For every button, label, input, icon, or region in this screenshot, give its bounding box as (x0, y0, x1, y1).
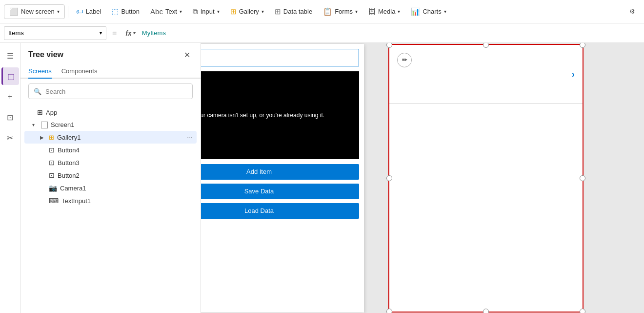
gallery1-more-icon[interactable]: ··· (187, 133, 193, 141)
forms-button[interactable]: 📋 Forms ▾ (318, 5, 362, 19)
sidebar-search-box: 🔍 (28, 83, 193, 99)
database-icon[interactable]: ⊡ (1, 108, 19, 126)
text-button[interactable]: Abc Text ▾ (145, 5, 187, 18)
tree-item-camera1[interactable]: 📷 Camera1 (24, 182, 197, 194)
tab-components[interactable]: Components (61, 64, 98, 79)
gallery1-icon: ⊞ (49, 134, 54, 141)
gallery-button[interactable]: ⊞ Gallery ▾ (225, 5, 269, 19)
camera-widget: Your camera isn't set up, or you're alre… (201, 71, 359, 159)
button2-label: Button2 (58, 172, 80, 179)
data-table-icon: ⊞ (275, 7, 281, 16)
hamburger-icon[interactable]: ☰ (1, 47, 19, 64)
gallery-selection-box[interactable]: ✏ › (388, 44, 584, 313)
media-button[interactable]: 🖼 Media ▾ (363, 5, 405, 18)
media-icon: 🖼 (368, 7, 376, 16)
button4-icon: ⊡ (49, 146, 55, 154)
button-button[interactable]: ⬚ Button (107, 5, 144, 19)
charts-button[interactable]: 📊 Charts ▾ (406, 5, 451, 19)
gallery-next-chevron-icon[interactable]: › (572, 69, 575, 80)
text-icon: Abc (150, 7, 163, 16)
new-screen-button[interactable]: ⬜ New screen ▾ (4, 4, 65, 19)
data-table-button[interactable]: ⊞ Data table (270, 5, 317, 19)
canvas-container: Text input Your camera isn't set up, or … (252, 44, 593, 313)
input-button[interactable]: ⧉ Input ▾ (188, 5, 224, 19)
input-icon: ⧉ (193, 7, 198, 16)
media-chevron-icon: ▾ (398, 9, 400, 14)
fx-button[interactable]: fx ▾ (122, 29, 138, 37)
property-dropdown[interactable]: Items ▾ (4, 26, 106, 40)
new-screen-icon: ⬜ (9, 7, 19, 16)
sidebar: Tree view ✕ Screens Components 🔍 ⊞ App ▾… (20, 43, 201, 313)
screen1-icon (41, 122, 48, 128)
sidebar-tree: ⊞ App ▾ Screen1 ▶ ⊞ Gallery1 ··· ⊡ Butto… (20, 104, 201, 313)
app-icon: ⊞ (37, 108, 43, 116)
tree-item-button2[interactable]: ⊡ Button2 (24, 169, 197, 182)
gallery1-label: Gallery1 (57, 134, 80, 141)
text-chevron-icon: ▾ (180, 9, 182, 14)
load-data-button[interactable]: Load Data (201, 203, 359, 219)
layers-icon[interactable]: ◫ (1, 67, 19, 85)
tree-item-button4[interactable]: ⊡ Button4 (24, 144, 197, 156)
formula-value[interactable]: MyItems (142, 29, 166, 37)
resize-handle-top-left[interactable] (386, 43, 392, 48)
tree-item-button3[interactable]: ⊡ Button3 (24, 156, 197, 169)
search-icon: 🔍 (34, 88, 41, 95)
main-layout: ☰ ◫ + ⊡ ✂ Tree view ✕ Screens Components… (0, 43, 644, 313)
forms-chevron-icon: ▾ (355, 9, 358, 14)
resize-handle-top-right[interactable] (580, 43, 585, 48)
settings-button[interactable]: ⚙ (624, 5, 640, 18)
save-data-button[interactable]: Save Data (201, 184, 359, 199)
gallery-icon: ⊞ (230, 7, 237, 16)
charts-icon: 📊 (411, 7, 420, 16)
toolbar: ⬜ New screen ▾ 🏷 Label ⬚ Button Abc Text… (0, 0, 644, 23)
sidebar-title: Tree view (28, 50, 63, 59)
equals-sign: = (110, 29, 119, 38)
tree-item-textinput1[interactable]: ⌨ TextInput1 (24, 194, 197, 207)
sidebar-tabs: Screens Components (20, 64, 201, 79)
scissors-icon[interactable]: ✂ (1, 129, 19, 146)
app-label: App (46, 109, 57, 116)
settings-icon: ⚙ (629, 8, 635, 15)
left-strip: ☰ ◫ + ⊡ ✂ (0, 43, 20, 313)
toolbar-right: ⚙ (624, 5, 640, 18)
tree-item-gallery1[interactable]: ▶ ⊞ Gallery1 ··· (24, 131, 197, 144)
gallery-edit-icon[interactable]: ✏ (397, 53, 412, 67)
sidebar-close-button[interactable]: ✕ (181, 49, 193, 61)
gallery1-chevron-icon: ▶ (40, 135, 46, 140)
label-button[interactable]: 🏷 Label (71, 5, 106, 18)
tree-item-app[interactable]: ⊞ App (24, 106, 197, 119)
button4-label: Button4 (58, 146, 80, 154)
app-phone-canvas: Text input Your camera isn't set up, or … (201, 44, 364, 313)
screen1-chevron-icon: ▾ (32, 122, 38, 127)
fx-chevron-icon: ▾ (133, 30, 135, 36)
textinput1-icon: ⌨ (49, 197, 59, 205)
add-item-button[interactable]: Add Item (201, 164, 359, 180)
gallery-row-divider (389, 104, 583, 104)
tree-item-screen1[interactable]: ▾ Screen1 (24, 119, 197, 131)
resize-handle-bottom-center[interactable] (483, 309, 489, 313)
button2-icon: ⊡ (49, 171, 55, 179)
formula-bar: Items ▾ = fx ▾ MyItems (0, 23, 644, 43)
input-chevron-icon: ▾ (217, 9, 220, 14)
resize-handle-mid-left[interactable] (386, 175, 392, 181)
resize-handle-top-center[interactable] (483, 43, 489, 48)
resize-handle-bottom-left[interactable] (386, 309, 392, 313)
divider-1 (68, 6, 68, 18)
button3-label: Button3 (58, 159, 80, 167)
resize-handle-bottom-right[interactable] (580, 309, 585, 313)
property-dropdown-chevron: ▾ (100, 30, 102, 36)
canvas-area: Text input Your camera isn't set up, or … (201, 43, 644, 313)
textinput1-label: TextInput1 (61, 197, 91, 205)
gallery-chevron-icon: ▾ (262, 9, 264, 14)
label-icon: 🏷 (76, 7, 83, 16)
tab-screens[interactable]: Screens (28, 64, 52, 79)
search-input[interactable] (45, 88, 187, 95)
sidebar-header: Tree view ✕ (20, 43, 201, 64)
screen1-label: Screen1 (51, 121, 74, 128)
add-icon[interactable]: + (1, 88, 19, 105)
button3-icon: ⊡ (49, 159, 55, 167)
resize-handle-mid-right[interactable] (580, 175, 585, 181)
button-icon: ⬚ (112, 7, 119, 16)
text-input-widget[interactable]: Text input (201, 49, 359, 66)
forms-icon: 📋 (323, 7, 332, 16)
